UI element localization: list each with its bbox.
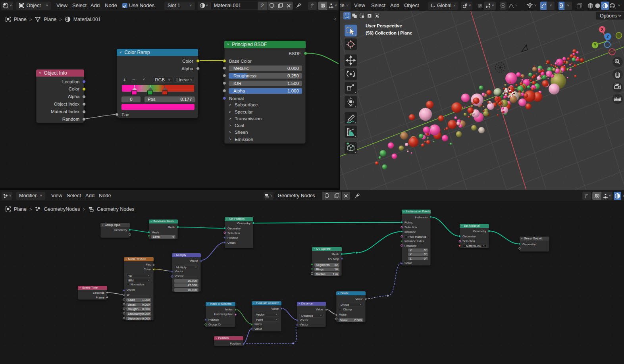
svg-text:User Perspective: User Perspective: [366, 23, 402, 28]
svg-text:Options: Options: [600, 13, 617, 19]
svg-text:Y: Y: [594, 43, 597, 47]
svg-text:Z: Z: [607, 35, 609, 39]
svg-text:(56) Collection | Plane: (56) Collection | Plane: [366, 31, 412, 35]
svg-text:X: X: [601, 27, 604, 32]
